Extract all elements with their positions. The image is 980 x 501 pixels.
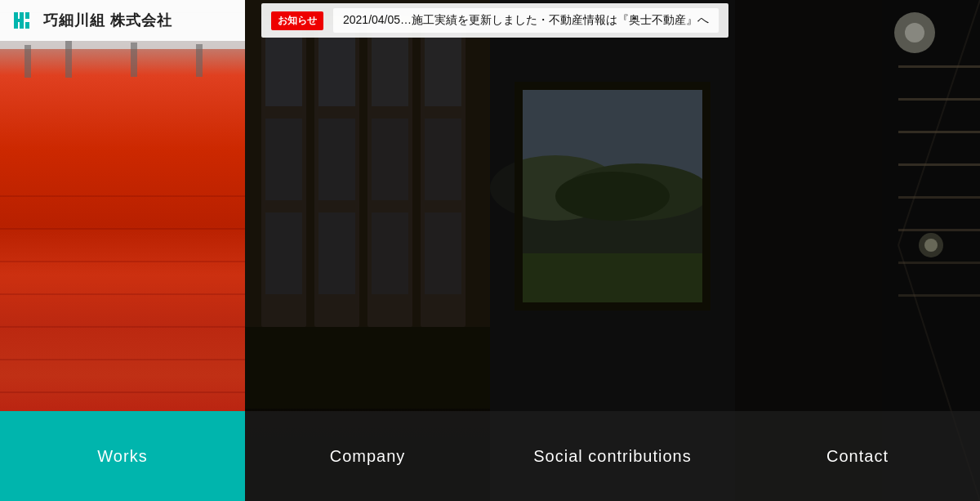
svg-rect-58 xyxy=(898,163,980,166)
svg-rect-43 xyxy=(514,82,523,311)
svg-rect-70 xyxy=(25,22,29,29)
svg-rect-24 xyxy=(265,119,302,200)
nav-label-social: Social contributions xyxy=(533,447,691,466)
svg-rect-28 xyxy=(318,212,355,294)
svg-rect-5 xyxy=(24,45,31,78)
nav-item-works[interactable]: Works xyxy=(0,411,245,501)
svg-rect-56 xyxy=(898,98,980,101)
svg-rect-62 xyxy=(898,294,980,297)
svg-rect-45 xyxy=(514,82,710,90)
company-name-text: 巧細川組 株式会社 xyxy=(43,11,172,30)
logo-icon xyxy=(12,9,35,32)
svg-rect-46 xyxy=(514,302,710,311)
svg-rect-25 xyxy=(265,212,302,294)
svg-rect-27 xyxy=(318,119,355,200)
svg-rect-8 xyxy=(196,44,203,77)
svg-rect-33 xyxy=(425,119,461,200)
nav-label-works: Works xyxy=(97,447,147,466)
svg-rect-59 xyxy=(898,196,980,199)
svg-rect-44 xyxy=(702,82,710,311)
svg-rect-42 xyxy=(523,253,702,302)
nav-label-company: Company xyxy=(330,447,406,466)
svg-point-65 xyxy=(924,239,938,252)
svg-rect-35 xyxy=(245,327,490,409)
svg-rect-55 xyxy=(898,65,980,68)
svg-rect-31 xyxy=(372,212,408,294)
svg-rect-60 xyxy=(898,229,980,231)
svg-rect-61 xyxy=(898,262,980,264)
nav-label-contact: Contact xyxy=(826,447,889,466)
nav-item-contact[interactable]: Contact xyxy=(735,411,980,501)
svg-rect-34 xyxy=(425,212,461,294)
notice-badge: お知らせ xyxy=(271,11,323,30)
svg-rect-6 xyxy=(65,41,72,78)
notice-text: 2021/04/05…施工実績を更新しました・不動産情報は『奥士不動産』へ xyxy=(333,8,719,33)
svg-rect-30 xyxy=(372,119,408,200)
main-area: 巧細川組 株式会社 お知らせ 2021/04/05…施工実績を更新しました・不動… xyxy=(0,0,980,501)
nav-item-company[interactable]: Company xyxy=(245,411,490,501)
svg-rect-68 xyxy=(20,12,24,29)
nav-item-social[interactable]: Social contributions xyxy=(490,411,735,501)
svg-point-41 xyxy=(555,172,670,221)
nav-bar: Works Company Social contributions Conta… xyxy=(0,411,980,501)
notice-area: お知らせ 2021/04/05…施工実績を更新しました・不動産情報は『奥士不動産… xyxy=(245,0,980,41)
header: 巧細川組 株式会社 xyxy=(0,0,245,41)
notice-inner: お知らせ 2021/04/05…施工実績を更新しました・不動産情報は『奥士不動産… xyxy=(261,3,728,38)
svg-rect-7 xyxy=(131,42,137,77)
svg-rect-69 xyxy=(25,12,29,19)
svg-rect-57 xyxy=(898,131,980,133)
